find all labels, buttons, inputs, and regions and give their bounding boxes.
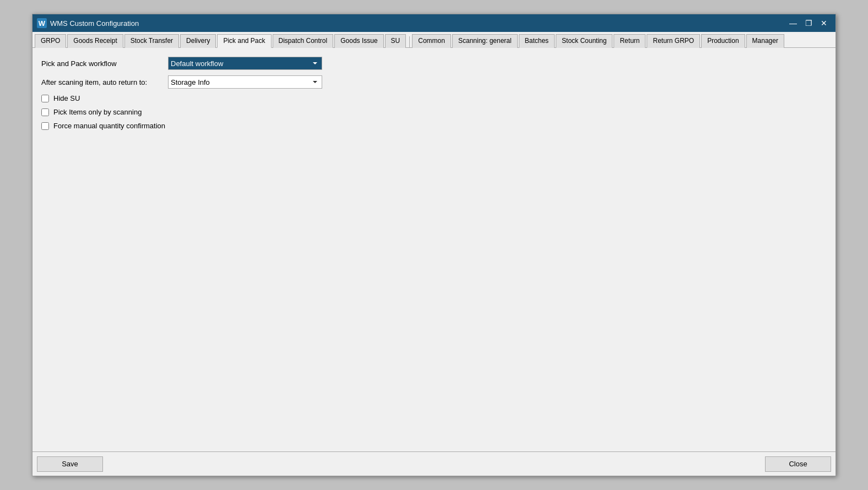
close-button[interactable]: Close <box>765 456 831 472</box>
tab-stock-counting[interactable]: Stock Counting <box>556 34 612 48</box>
app-icon: W <box>37 18 47 28</box>
close-window-button[interactable]: ✕ <box>817 17 831 29</box>
force-manual-row: Force manual quantity confirmation <box>41 122 827 130</box>
restore-button[interactable]: ❐ <box>801 17 816 29</box>
pick-items-label[interactable]: Pick Items only by scanning <box>53 108 142 116</box>
tab-goods-issue[interactable]: Goods Issue <box>334 34 383 48</box>
tab-separator <box>409 36 410 47</box>
hide-su-checkbox[interactable] <box>41 95 49 102</box>
tab-delivery[interactable]: Delivery <box>180 34 216 48</box>
tab-grpo[interactable]: GRPO <box>35 34 66 48</box>
force-manual-checkbox[interactable] <box>41 122 49 130</box>
workflow-row: Pick and Pack workflow Default workflowC… <box>41 57 827 70</box>
main-window: W WMS Custom Configuration — ❐ ✕ GRPOGoo… <box>32 14 836 476</box>
tab-return[interactable]: Return <box>614 34 645 48</box>
bottom-bar: Save Close <box>32 451 836 476</box>
tab-stock-transfer[interactable]: Stock Transfer <box>124 34 179 48</box>
tab-manager[interactable]: Manager <box>746 34 784 48</box>
auto-return-row: After scaning item, auto return to: Stor… <box>41 75 827 89</box>
pick-items-checkbox[interactable] <box>41 108 49 116</box>
tab-common[interactable]: Common <box>412 34 451 48</box>
workflow-label: Pick and Pack workflow <box>41 59 168 68</box>
save-button[interactable]: Save <box>37 456 103 472</box>
tab-batches[interactable]: Batches <box>519 34 555 48</box>
force-manual-label[interactable]: Force manual quantity confirmation <box>53 122 165 130</box>
tab-goods-receipt[interactable]: Goods Receipt <box>67 34 123 48</box>
tab-dispatch-control[interactable]: Dispatch Control <box>273 34 334 48</box>
hide-su-label[interactable]: Hide SU <box>53 94 80 102</box>
tab-return-grpo[interactable]: Return GRPO <box>647 34 700 48</box>
tab-production[interactable]: Production <box>701 34 745 48</box>
window-controls: — ❐ ✕ <box>786 17 831 29</box>
tab-su[interactable]: SU <box>385 34 406 48</box>
pick-items-row: Pick Items only by scanning <box>41 108 827 116</box>
auto-return-select[interactable]: Storage InfoMain ScreenItem List <box>168 75 322 89</box>
auto-return-label: After scaning item, auto return to: <box>41 78 168 86</box>
minimize-button[interactable]: — <box>786 17 800 29</box>
tab-pick-and-pack[interactable]: Pick and Pack <box>217 34 271 48</box>
title-bar: W WMS Custom Configuration — ❐ ✕ <box>32 14 836 32</box>
tabs-container: GRPOGoods ReceiptStock TransferDeliveryP… <box>32 32 836 48</box>
hide-su-row: Hide SU <box>41 94 827 102</box>
window-title: WMS Custom Configuration <box>50 19 786 28</box>
tab-scanning-general[interactable]: Scanning: general <box>452 34 518 48</box>
workflow-select[interactable]: Default workflowCustom workflow <box>168 57 322 70</box>
content-area: Pick and Pack workflow Default workflowC… <box>32 48 836 451</box>
